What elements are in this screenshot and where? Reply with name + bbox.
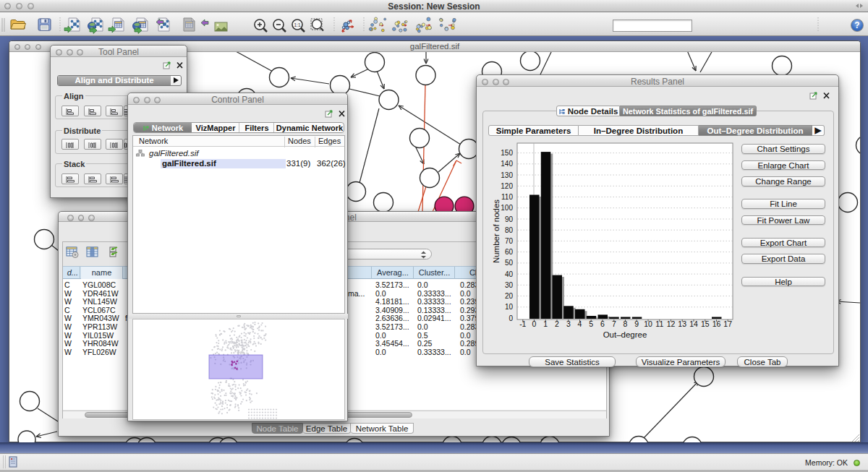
svg-text:30: 30 xyxy=(505,281,514,289)
svg-text:1: 1 xyxy=(543,319,548,328)
svg-text:Out–degree: Out–degree xyxy=(603,330,647,339)
svg-text:40: 40 xyxy=(505,270,514,278)
svg-text:80: 80 xyxy=(505,226,514,234)
svg-text:2: 2 xyxy=(555,319,559,328)
svg-text:-1: -1 xyxy=(519,319,526,328)
svg-text:13: 13 xyxy=(678,319,686,328)
svg-text:10: 10 xyxy=(644,319,652,328)
svg-text:5: 5 xyxy=(589,319,593,328)
svg-text:8: 8 xyxy=(624,319,628,328)
svg-text:4: 4 xyxy=(578,319,582,328)
svg-text:90: 90 xyxy=(505,215,514,223)
svg-text:Number of nodes: Number of nodes xyxy=(492,199,501,263)
svg-text:50: 50 xyxy=(505,259,514,267)
svg-text:16: 16 xyxy=(712,319,721,328)
svg-text:3: 3 xyxy=(566,319,571,328)
svg-text:130: 130 xyxy=(501,171,513,179)
svg-text:120: 120 xyxy=(501,182,513,190)
svg-text:14: 14 xyxy=(689,319,698,328)
svg-text:60: 60 xyxy=(505,248,514,256)
svg-text:6: 6 xyxy=(600,319,605,328)
svg-text:110: 110 xyxy=(501,193,513,201)
svg-text:70: 70 xyxy=(505,237,514,245)
svg-text:0: 0 xyxy=(532,319,537,328)
svg-text:20: 20 xyxy=(505,292,514,300)
svg-text:11: 11 xyxy=(655,319,663,328)
svg-text:10: 10 xyxy=(505,303,514,311)
svg-text:17: 17 xyxy=(723,319,732,328)
svg-text:150: 150 xyxy=(501,149,513,157)
svg-text:0: 0 xyxy=(509,314,513,322)
svg-text:100: 100 xyxy=(501,204,513,212)
svg-text:15: 15 xyxy=(701,319,710,328)
svg-text:9: 9 xyxy=(634,319,639,328)
svg-text:12: 12 xyxy=(667,319,676,328)
svg-text:7: 7 xyxy=(612,319,616,328)
svg-text:1:1: 1:1 xyxy=(294,22,300,27)
svg-text:140: 140 xyxy=(501,160,513,168)
